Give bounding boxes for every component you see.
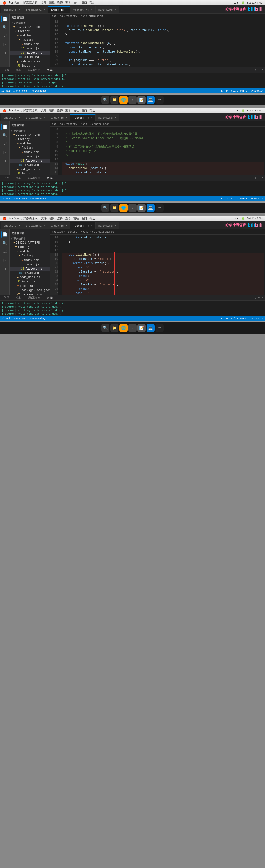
sidebar2-modules[interactable]: ▼ modules xyxy=(9,142,50,146)
sidebar-index-js[interactable]: JS index.js xyxy=(9,46,50,51)
tab2-factory-js[interactable]: factory.js × xyxy=(70,114,96,121)
bc3-factory[interactable]: factory xyxy=(66,230,77,234)
terminal-split-2[interactable]: ⊞ xyxy=(255,176,256,180)
tab-index-html-1[interactable]: index.html × xyxy=(23,6,48,13)
activity-debug-2[interactable]: ▷ xyxy=(1,149,8,156)
activity-files-2[interactable]: 📄 xyxy=(1,123,8,130)
dock2-icon-vscode[interactable]: 💻 xyxy=(147,204,155,212)
apple-menu-1[interactable]: 🍎 xyxy=(2,1,6,4)
activity-search-1[interactable]: 🔍 xyxy=(1,24,8,31)
sidebar-factory-js[interactable]: JS factory.js xyxy=(9,51,50,55)
terminal-tab-output-3[interactable]: 输出 xyxy=(14,296,23,300)
activity-search-3[interactable]: 🔍 xyxy=(1,240,8,246)
terminal-tab-problems-2[interactable]: 问题 xyxy=(2,176,11,180)
sidebar-opened-2[interactable]: 打开的编辑器 xyxy=(9,129,50,133)
terminal-tab-problems-3[interactable]: 问题 xyxy=(2,296,11,300)
terminal-split[interactable]: ⊞ xyxy=(255,68,256,71)
sidebar-design-pattern[interactable]: ▼ DESIGN-PATTERN xyxy=(9,25,50,29)
menu-view-2[interactable]: 查看 xyxy=(65,108,71,113)
bc2-constructor[interactable]: constructor xyxy=(92,123,110,125)
dock3-icon-chrome[interactable]: 🌐 xyxy=(119,324,127,332)
tab2-index-html[interactable]: index.html × xyxy=(23,114,48,121)
menu-foryou-3[interactable]: For You (小野森森之家) xyxy=(9,217,38,221)
bc-modules[interactable]: modules xyxy=(52,15,63,18)
menu-view-1[interactable]: 查看 xyxy=(65,1,71,5)
terminal-new-2[interactable]: + xyxy=(258,176,260,180)
sidebar2-readme[interactable]: M↓ README.md xyxy=(9,163,50,167)
sidebar2-factory-sub[interactable]: ▼ factory xyxy=(9,146,50,150)
activity-files-3[interactable]: 📄 xyxy=(1,231,8,238)
dock2-icon-notes[interactable]: 📝 xyxy=(138,204,146,212)
terminal-close-2[interactable]: × xyxy=(261,176,263,180)
sidebar3-design-pattern[interactable]: ▼ DESIGN-PATTERN xyxy=(9,241,50,245)
dock-icon-finder[interactable]: 🔍 xyxy=(101,96,110,104)
menu-help-2[interactable]: 帮助 xyxy=(89,108,95,113)
apple-menu-3[interactable]: 🍎 xyxy=(2,217,6,220)
menu-edit-1[interactable]: 编辑 xyxy=(49,1,55,5)
terminal-split-3[interactable]: ⊞ xyxy=(255,296,256,299)
menu-window-1[interactable]: 窗口 xyxy=(81,1,87,5)
tab-close[interactable]: × xyxy=(66,117,67,119)
menu-select-1[interactable]: 选择 xyxy=(57,1,63,5)
sidebar-readme[interactable]: M↓ README.md xyxy=(9,55,50,59)
tab3-readme[interactable]: README.md × xyxy=(96,222,119,229)
menu-select-2[interactable]: 选择 xyxy=(57,108,63,113)
menu-goto-1[interactable]: 前往 xyxy=(73,1,79,5)
dock-icon-notes[interactable]: 📝 xyxy=(138,96,146,104)
tab-close[interactable]: ● xyxy=(19,224,20,227)
menu-select-3[interactable]: 选择 xyxy=(57,217,63,221)
dock-icon-vscode[interactable]: 💻 xyxy=(147,96,155,104)
menu-file-3[interactable]: 文件 xyxy=(41,217,47,221)
tab-close[interactable]: × xyxy=(44,117,45,119)
menu-edit-3[interactable]: 编辑 xyxy=(49,217,55,221)
tab-close[interactable]: × xyxy=(66,224,67,227)
tab-close[interactable]: × xyxy=(115,8,116,11)
activity-git-1[interactable]: ⎇ xyxy=(1,33,8,39)
sidebar2-factory[interactable]: ▼ factory xyxy=(9,137,50,142)
sidebar2-index-js-r[interactable]: JS index.js xyxy=(9,172,50,175)
tab3-index-html[interactable]: index.html × xyxy=(23,222,48,229)
terminal-tab-terminal[interactable]: 终端 xyxy=(46,68,55,72)
activity-debug-1[interactable]: ▷ xyxy=(1,41,8,48)
menu-window-2[interactable]: 窗口 xyxy=(81,108,87,113)
menu-foryou[interactable]: For You (小野森森之家) xyxy=(9,1,38,5)
sidebar2-factory-js[interactable]: JS factory.js xyxy=(9,159,50,163)
terminal-tab-output[interactable]: 输出 xyxy=(14,68,23,72)
menu-help-1[interactable]: 帮助 xyxy=(89,1,95,5)
sidebar3-index-js-r[interactable]: JS index.js xyxy=(9,280,50,284)
dock3-icon-finder[interactable]: 🔍 xyxy=(101,324,110,332)
terminal-tab-debug[interactable]: 调试控制台 xyxy=(26,68,42,72)
activity-ext-2[interactable]: ⊞ xyxy=(1,158,8,164)
sidebar3-index-html[interactable]: ◻ index.html xyxy=(9,258,50,262)
bc2-modal[interactable]: Modal xyxy=(81,123,89,125)
sidebar-opened-editors[interactable]: 打开的编辑器 xyxy=(9,21,50,25)
activity-git-3[interactable]: ⎇ xyxy=(1,248,8,255)
sidebar3-pkg-lock[interactable]: {} package-lock.json xyxy=(9,288,50,292)
sidebar3-readme[interactable]: M↓ README.md xyxy=(9,271,50,275)
activity-search-2[interactable]: 🔍 xyxy=(1,132,8,138)
tab-factory-js-1[interactable]: factory.js × xyxy=(70,6,96,13)
terminal-new-3[interactable]: + xyxy=(258,296,260,299)
menu-file-2[interactable]: 文件 xyxy=(41,108,47,113)
menu-help-3[interactable]: 帮助 xyxy=(89,217,95,221)
tab3-factory-js[interactable]: factory.js × xyxy=(70,222,96,229)
terminal-tab-debug-3[interactable]: 调试控制台 xyxy=(26,296,42,300)
menu-edit-2[interactable]: 编辑 xyxy=(49,108,55,113)
tab-close[interactable]: × xyxy=(115,224,116,227)
sidebar-index-js-root[interactable]: JS index.js xyxy=(9,64,50,67)
dock-icon-chrome[interactable]: 🌐 xyxy=(119,96,127,104)
tab3-index-js[interactable]: index.js ● xyxy=(1,222,23,229)
dock-icon-term[interactable]: ⌨ xyxy=(155,96,164,104)
dock3-icon-mail[interactable]: ✉ xyxy=(128,324,137,332)
tab-close[interactable]: × xyxy=(91,8,92,11)
terminal-tab-terminal-2[interactable]: 终端 xyxy=(46,176,55,180)
dock-icon-files[interactable]: 📁 xyxy=(110,96,118,104)
activity-files-1[interactable]: 📄 xyxy=(1,16,8,22)
tab-close[interactable]: × xyxy=(115,117,116,119)
menu-goto-3[interactable]: 前往 xyxy=(73,217,79,221)
apple-menu-2[interactable]: 🍎 xyxy=(2,108,6,113)
sidebar-modules[interactable]: ▼ modules xyxy=(9,33,50,38)
terminal-new[interactable]: + xyxy=(258,68,260,71)
menu-foryou-2[interactable]: For You (小野森森之家) xyxy=(9,108,38,113)
sidebar-node-modules[interactable]: ▶ node_modules xyxy=(9,59,50,64)
